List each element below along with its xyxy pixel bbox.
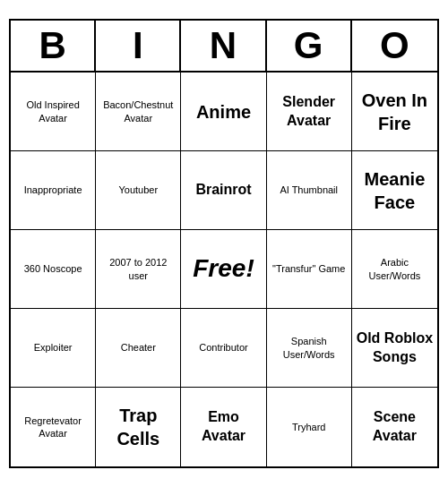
bingo-header: BINGO [11,21,437,73]
bingo-cell: Inappropriate [11,151,96,230]
header-letter: N [181,21,266,71]
header-letter: B [11,21,96,71]
cell-label: Old Roblox Songs [356,329,434,367]
bingo-cell: 360 Noscope [11,230,96,309]
cell-label: Regretevator Avatar [14,414,91,440]
bingo-cell: Emo Avatar [181,388,266,466]
header-letter: G [267,21,352,71]
bingo-card: BINGO Old Inspired AvatarBacon/Chestnut … [9,19,439,468]
cell-label: 2007 to 2012 user [99,256,177,282]
cell-label: Trap Cells [99,404,177,450]
bingo-cell: Bacon/Chestnut Avatar [96,73,181,151]
cell-label: Scene Avatar [356,408,434,446]
header-letter: I [96,21,181,71]
bingo-cell: Meanie Face [352,151,437,230]
bingo-cell: Arabic User/Words [352,230,437,309]
bingo-cell: Youtuber [96,151,181,230]
bingo-cell: Cheater [96,309,181,388]
cell-label: Slender Avatar [271,93,348,131]
bingo-cell: AI Thumbnail [267,151,352,230]
cell-label: Arabic User/Words [356,256,434,282]
bingo-cell: Anime [181,73,266,151]
cell-label: 360 Noscope [24,262,82,275]
cell-label: Oven In Fire [356,89,434,135]
bingo-cell: Old Roblox Songs [352,309,437,388]
cell-label: Brainrot [195,181,251,200]
bingo-cell: Trap Cells [96,388,181,466]
cell-label: Youtuber [118,184,158,196]
cell-label: Tryhard [292,421,326,433]
cell-label: Contributor [199,341,247,354]
cell-label: Inappropriate [24,184,82,196]
cell-label: Bacon/Chestnut Avatar [99,98,177,124]
bingo-cell: Oven In Fire [352,73,437,151]
bingo-cell: Spanish User/Words [267,309,352,388]
cell-label: Emo Avatar [185,408,262,446]
cell-label: Meanie Face [356,167,434,214]
bingo-cell: Scene Avatar [352,388,437,466]
cell-label: Anime [196,100,251,124]
bingo-cell: Brainrot [181,151,266,230]
bingo-cell: Tryhard [267,388,352,466]
cell-label: Exploiter [34,341,73,354]
header-letter: O [352,21,437,71]
bingo-cell: Contributor [181,309,266,388]
cell-label: Spanish User/Words [271,335,348,361]
bingo-cell: 2007 to 2012 user [96,230,181,309]
cell-label: Free! [193,252,254,285]
cell-label: Old Inspired Avatar [14,98,91,124]
bingo-cell: Exploiter [11,309,96,388]
bingo-cell: "Transfur" Game [267,230,352,309]
bingo-cell: Old Inspired Avatar [11,73,96,151]
cell-label: Cheater [121,341,156,354]
bingo-cell: Free! [181,230,266,309]
cell-label: AI Thumbnail [280,184,338,196]
bingo-cell: Regretevator Avatar [11,388,96,466]
cell-label: "Transfur" Game [272,262,345,275]
bingo-cell: Slender Avatar [267,73,352,151]
bingo-grid: Old Inspired AvatarBacon/Chestnut Avatar… [11,73,437,466]
